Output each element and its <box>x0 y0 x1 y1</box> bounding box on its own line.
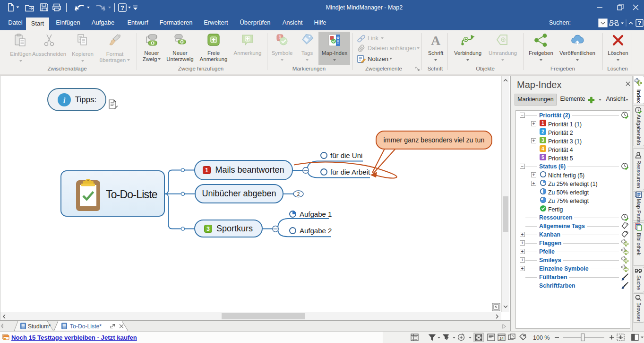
svg-text:To-Do-Liste*: To-Do-Liste* <box>70 323 102 330</box>
svg-text:?: ? <box>638 20 641 26</box>
svg-text:i: i <box>63 96 65 105</box>
svg-text:?: ? <box>120 4 124 11</box>
svg-text:A: A <box>431 33 441 47</box>
svg-text:Studium*: Studium* <box>28 323 51 330</box>
svg-text:1: 1 <box>205 167 208 174</box>
svg-text:3: 3 <box>206 226 210 232</box>
svg-text:2: 2 <box>297 192 300 197</box>
svg-text:24: 24 <box>499 336 504 341</box>
svg-text:für die Arbeit: für die Arbeit <box>330 168 370 176</box>
svg-text:100 %: 100 % <box>533 334 550 341</box>
svg-text:für die Uni: für die Uni <box>330 151 362 159</box>
svg-text:Aufgabe 2: Aufgabe 2 <box>300 227 332 235</box>
svg-text:Aufgabe 1: Aufgabe 1 <box>300 210 332 218</box>
